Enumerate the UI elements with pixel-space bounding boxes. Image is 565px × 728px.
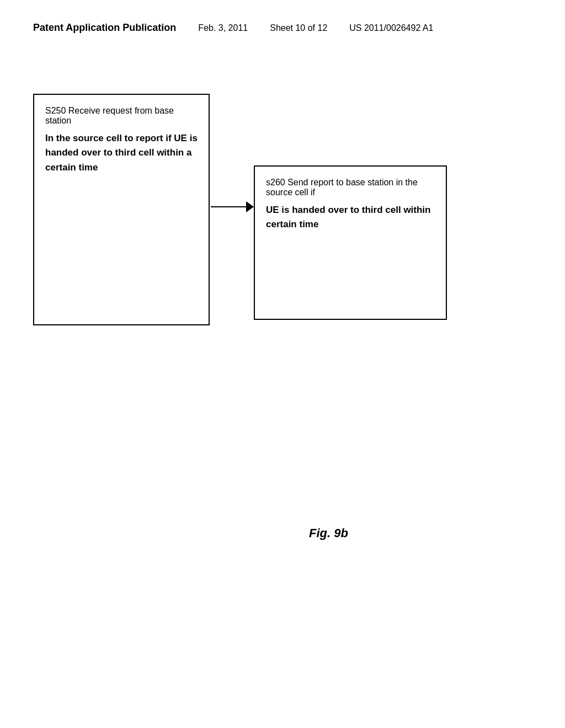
s260-step-id: s260 Send report to base station in the … <box>266 178 435 197</box>
publication-date: Feb. 3, 2011 <box>198 23 248 33</box>
box-s260-content: s260 Send report to base station in the … <box>266 178 435 308</box>
box-s250-content: S250 Receive request from base station I… <box>45 106 198 313</box>
page: Patent Application Publication Feb. 3, 2… <box>0 0 565 728</box>
patent-number: US 2011/0026492 A1 <box>349 23 433 33</box>
box-s260: s260 Send report to base station in the … <box>254 165 447 320</box>
s250-step-id: S250 Receive request from base station <box>45 106 198 126</box>
arrow-s250-to-s260 <box>211 201 255 212</box>
diagram-area: S250 Receive request from base station I… <box>33 94 508 590</box>
figure-label: Fig. 9b <box>309 526 348 540</box>
patent-publication-title: Patent Application Publication <box>33 22 176 34</box>
sheet-info: Sheet 10 of 12 <box>270 23 327 33</box>
arrow-head-icon <box>246 201 254 212</box>
box-s250: S250 Receive request from base station I… <box>33 94 210 325</box>
s260-step-body: UE is handed over to third cell within c… <box>266 203 435 232</box>
page-header: Patent Application Publication Feb. 3, 2… <box>0 0 565 45</box>
s250-step-body: In the source cell to report if UE is ha… <box>45 131 198 175</box>
arrow-line <box>211 206 247 207</box>
